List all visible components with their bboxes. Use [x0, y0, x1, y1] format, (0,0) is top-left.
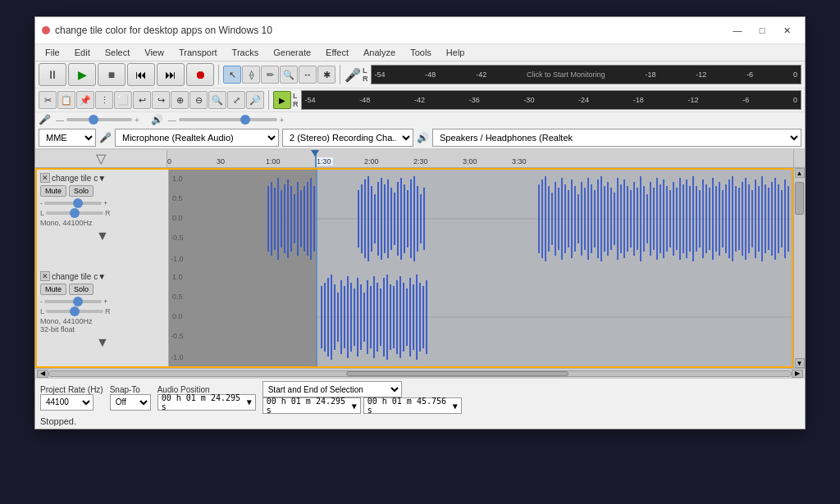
silence-button[interactable]: ⬜	[114, 91, 132, 109]
track-1-gain-slider[interactable]	[44, 202, 102, 205]
track-2-gain-slider[interactable]	[44, 300, 102, 303]
svg-rect-7	[271, 182, 272, 256]
svg-rect-55	[578, 194, 579, 243]
scroll-left-button[interactable]: ◀	[37, 370, 48, 378]
audio-pos-dropdown[interactable]: ▼	[247, 397, 252, 406]
rewind-button[interactable]: ⏮	[127, 63, 155, 86]
selection-type-select[interactable]: Start and End of Selection	[262, 381, 402, 397]
track-2-waveform[interactable]: 1.0 0.5 0.0 -0.5 -1.0	[169, 268, 792, 366]
svg-rect-147	[386, 275, 388, 360]
zoom-in-button[interactable]: ⊕	[171, 91, 189, 109]
svg-rect-45	[545, 176, 546, 261]
svg-rect-115	[774, 178, 776, 260]
project-rate-select[interactable]: 44100	[40, 394, 94, 411]
track-1-close-button[interactable]: ✕	[40, 173, 50, 183]
trim-button[interactable]: ⋮	[95, 91, 113, 109]
menu-edit[interactable]: Edit	[68, 46, 97, 59]
menu-help[interactable]: Help	[440, 46, 472, 59]
copy-button[interactable]: 📋	[57, 91, 75, 109]
menu-effect[interactable]: Effect	[319, 46, 355, 59]
sel-end-dropdown[interactable]: ▼	[453, 402, 458, 411]
svg-rect-43	[538, 184, 540, 253]
track-2-solo-button[interactable]: Solo	[69, 284, 94, 295]
pause-button[interactable]: ⏸	[39, 63, 66, 86]
zoom-project-button[interactable]: 🔎	[246, 91, 264, 109]
horizontal-scrollbar[interactable]: ◀ ▶	[35, 368, 805, 378]
track-1-pan-slider[interactable]	[46, 211, 103, 215]
recording-meter-bar[interactable]: -54 -48 -42 Click to Start Monitoring -1…	[371, 65, 802, 84]
sel-start-dropdown[interactable]: ▼	[352, 402, 357, 411]
output-volume-control[interactable]	[179, 118, 277, 121]
input-device-select[interactable]: Microphone (Realtek Audio)	[115, 129, 279, 147]
svg-rect-101	[728, 179, 730, 258]
paste-button[interactable]: 📌	[76, 91, 94, 109]
project-rate-label: Project Rate (Hz)	[40, 385, 103, 394]
menu-generate[interactable]: Generate	[267, 46, 317, 59]
menu-transport[interactable]: Transport	[172, 46, 224, 59]
svg-rect-139	[360, 284, 362, 350]
svg-rect-154	[409, 278, 411, 356]
scroll-right-button[interactable]: ▶	[792, 370, 803, 378]
selection-tool-button[interactable]: ↖	[223, 66, 241, 84]
svg-rect-15	[297, 182, 299, 256]
zoom-out-button[interactable]: ⊖	[189, 91, 208, 109]
input-gain-control[interactable]	[66, 118, 132, 121]
output-device-select[interactable]: Speakers / Headphones (Realtek	[432, 129, 801, 147]
driver-select[interactable]: MME	[39, 129, 96, 147]
track-2-close-button[interactable]: ✕	[40, 271, 50, 281]
zoom-fit-button[interactable]: ⤢	[227, 91, 245, 109]
svg-text:1.0: 1.0	[172, 175, 183, 183]
transport-controls: ⏸ ▶ ■ ⏮ ⏭ ⏺	[39, 63, 214, 86]
multi-tool-button[interactable]: ✱	[317, 66, 336, 84]
scroll-hthumb[interactable]	[346, 371, 568, 376]
meter-val-3: -42	[476, 70, 486, 79]
lr-label-top: LR	[363, 66, 368, 83]
svg-rect-96	[712, 178, 714, 260]
menu-analyze[interactable]: Analyze	[357, 46, 402, 59]
snap-to-select[interactable]: Off	[110, 394, 151, 411]
svg-rect-64	[607, 182, 609, 256]
svg-rect-148	[390, 284, 391, 350]
mic-icon[interactable]: 🎤	[345, 67, 361, 83]
track-2-mute-button[interactable]: Mute	[40, 284, 66, 295]
minimize-button[interactable]: —	[726, 22, 749, 39]
svg-rect-74	[640, 176, 641, 261]
svg-rect-61	[597, 179, 599, 258]
track-1-solo-button[interactable]: Solo	[69, 185, 94, 197]
envelope-tool-button[interactable]: ⟠	[242, 66, 260, 84]
record-button[interactable]: ⏺	[186, 63, 214, 86]
menu-select[interactable]: Select	[98, 46, 137, 59]
vertical-scrollbar[interactable]: ▲ ▼	[793, 168, 805, 368]
scroll-down-button[interactable]: ▼	[795, 358, 805, 368]
menu-tracks[interactable]: Tracks	[226, 46, 266, 59]
track-1-waveform[interactable]: 1.0 0.5 0.0 -0.5 -1.0	[169, 170, 792, 268]
track-2-pan-slider[interactable]	[46, 310, 103, 313]
timeshift-tool-button[interactable]: ↔	[299, 66, 317, 84]
zoom-tool-button[interactable]: 🔍	[280, 66, 298, 84]
scroll-up-button[interactable]: ▲	[795, 168, 805, 178]
menu-file[interactable]: File	[39, 46, 66, 59]
tracks-outer[interactable]: ✕ change tile c▼ Mute Solo - +	[35, 168, 793, 368]
close-button[interactable]: ✕	[775, 22, 798, 39]
maximize-button[interactable]: □	[751, 22, 774, 39]
redo-button[interactable]: ↪	[152, 91, 170, 109]
scroll-thumb[interactable]	[795, 182, 804, 215]
forward-button[interactable]: ⏭	[157, 63, 185, 86]
play-green-button[interactable]: ▶	[273, 91, 291, 109]
svg-rect-150	[396, 280, 398, 354]
channels-select[interactable]: 2 (Stereo) Recording Cha...	[282, 129, 413, 147]
cut-button[interactable]: ✂	[39, 91, 57, 109]
selection-end-display: 00 h 01 m 45.756 s ▼	[363, 397, 462, 414]
playback-meter-bar[interactable]: -54 -48 -42 -36 -30 -24 -18 -12 -6 0	[301, 90, 802, 110]
play-button[interactable]: ▶	[68, 63, 96, 86]
zoom-sel-button[interactable]: 🔍	[208, 91, 226, 109]
stop-button[interactable]: ■	[98, 63, 126, 86]
track-1-mute-button[interactable]: Mute	[40, 185, 66, 197]
undo-button[interactable]: ↩	[133, 91, 151, 109]
menu-tools[interactable]: Tools	[404, 46, 438, 59]
menu-view[interactable]: View	[138, 46, 171, 59]
svg-rect-87	[682, 184, 684, 253]
svg-rect-29	[381, 178, 382, 260]
draw-tool-button[interactable]: ✏	[261, 66, 279, 84]
svg-rect-65	[610, 188, 612, 250]
